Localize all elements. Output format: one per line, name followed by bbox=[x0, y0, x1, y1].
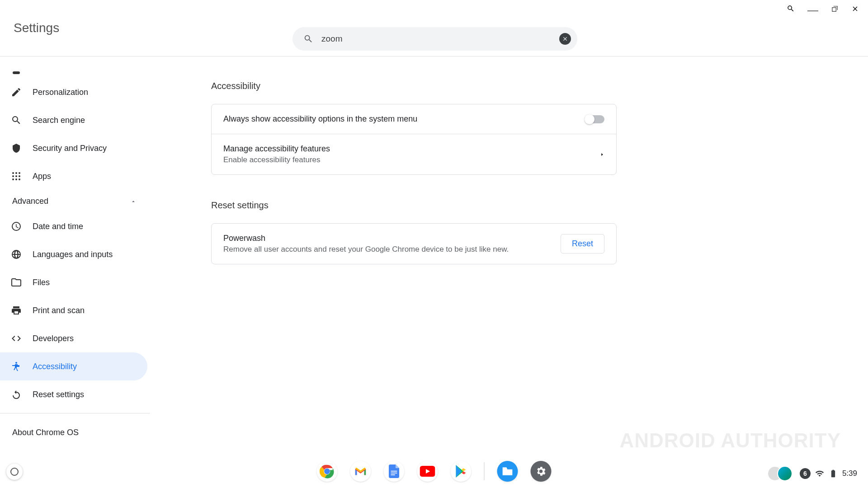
sidebar-item-label: Personalization bbox=[33, 88, 88, 97]
close-icon[interactable] bbox=[851, 5, 859, 15]
sidebar-item-security[interactable]: Security and Privacy bbox=[0, 134, 155, 162]
row-powerwash: Powerwash Remove all user accounts and r… bbox=[212, 224, 616, 264]
chrome-icon[interactable] bbox=[317, 461, 338, 482]
apps-icon bbox=[11, 171, 33, 182]
svg-point-10 bbox=[15, 362, 17, 364]
settings-app-icon[interactable] bbox=[531, 461, 552, 482]
battery-icon bbox=[829, 469, 838, 478]
row-manage-a11y[interactable]: Manage accessibility features Enable acc… bbox=[212, 134, 616, 174]
svg-rect-13 bbox=[391, 471, 397, 472]
row-sublabel: Remove all user accounts and reset your … bbox=[223, 245, 561, 254]
gmail-icon[interactable] bbox=[350, 461, 371, 482]
sidebar-item-print[interactable]: Print and scan bbox=[0, 296, 155, 324]
sidebar-item-search-engine[interactable]: Search engine bbox=[0, 106, 155, 134]
printer-icon bbox=[11, 305, 33, 316]
svg-point-3 bbox=[19, 172, 20, 174]
wifi-icon bbox=[815, 469, 824, 478]
divider bbox=[0, 413, 150, 413]
sidebar-item-about[interactable]: About Chrome OS bbox=[0, 418, 155, 437]
section-title-reset: Reset settings bbox=[211, 200, 617, 211]
sidebar-item-files[interactable]: Files bbox=[0, 268, 155, 296]
advanced-label: Advanced bbox=[12, 197, 48, 206]
globe-icon bbox=[11, 249, 33, 260]
sidebar-item-label: Security and Privacy bbox=[33, 144, 107, 153]
notification-count[interactable]: 6 bbox=[800, 468, 811, 479]
shelf-apps bbox=[317, 461, 552, 482]
avatar-switcher[interactable] bbox=[767, 466, 793, 481]
sidebar-item-label: Accessibility bbox=[33, 362, 77, 371]
sidebar-item-label: Search engine bbox=[33, 116, 85, 125]
sidebar-item-date-time[interactable]: Date and time bbox=[0, 212, 155, 240]
sidebar-item-label: Date and time bbox=[33, 222, 83, 231]
reset-card: Powerwash Remove all user accounts and r… bbox=[211, 223, 617, 264]
sidebar-item-label: Reset settings bbox=[33, 390, 84, 399]
accessibility-icon bbox=[11, 361, 33, 372]
files-app-icon[interactable] bbox=[497, 461, 518, 482]
svg-point-4 bbox=[12, 175, 14, 177]
chevron-right-icon bbox=[600, 152, 604, 157]
close-icon bbox=[562, 36, 568, 42]
clock-icon bbox=[11, 221, 33, 232]
sidebar: Personalization Search engine Security a… bbox=[0, 56, 155, 488]
svg-point-7 bbox=[12, 178, 14, 180]
search-input[interactable] bbox=[313, 34, 559, 44]
clock-time: 5:39 bbox=[842, 469, 857, 478]
sidebar-item-label: Files bbox=[33, 278, 50, 287]
row-always-show-a11y[interactable]: Always show accessibility options in the… bbox=[212, 104, 616, 134]
section-title-accessibility: Accessibility bbox=[211, 81, 617, 91]
reset-button[interactable]: Reset bbox=[561, 234, 604, 253]
accessibility-card: Always show accessibility options in the… bbox=[211, 104, 617, 175]
shield-icon bbox=[11, 143, 33, 154]
row-label: Always show accessibility options in the… bbox=[223, 114, 585, 124]
sidebar-item-accessibility[interactable]: Accessibility bbox=[0, 352, 147, 380]
svg-rect-14 bbox=[391, 473, 397, 474]
account-icon bbox=[11, 65, 33, 75]
row-sublabel: Enable accessibility features bbox=[223, 155, 600, 164]
shelf-separator bbox=[484, 462, 485, 480]
code-icon bbox=[11, 333, 33, 344]
page-title: Settings bbox=[14, 21, 59, 35]
content: Accessibility Always show accessibility … bbox=[155, 56, 868, 488]
restore-icon[interactable] bbox=[831, 5, 839, 15]
svg-point-12 bbox=[324, 469, 330, 474]
svg-point-8 bbox=[15, 178, 17, 180]
sidebar-item-apps[interactable]: Apps bbox=[0, 162, 155, 190]
zoom-icon[interactable] bbox=[787, 5, 795, 15]
svg-rect-0 bbox=[13, 71, 20, 74]
search-box[interactable] bbox=[292, 27, 577, 51]
docs-icon[interactable] bbox=[384, 461, 405, 482]
system-tray[interactable]: 6 5:39 bbox=[767, 465, 863, 482]
sidebar-item-languages[interactable]: Languages and inputs bbox=[0, 240, 155, 268]
minimize-icon[interactable]: — bbox=[807, 8, 818, 12]
launcher-button[interactable] bbox=[6, 464, 23, 480]
svg-point-1 bbox=[12, 172, 14, 174]
sidebar-item-developers[interactable]: Developers bbox=[0, 324, 155, 352]
watermark: ANDROID AUTHORITY bbox=[619, 429, 841, 452]
folder-icon bbox=[11, 277, 33, 288]
clear-search-button[interactable] bbox=[559, 33, 571, 45]
sidebar-advanced-toggle[interactable]: Advanced bbox=[0, 190, 155, 212]
svg-point-5 bbox=[15, 175, 17, 177]
svg-point-9 bbox=[19, 178, 20, 180]
sidebar-item-label: Apps bbox=[33, 172, 51, 181]
svg-point-2 bbox=[15, 172, 17, 174]
shelf: 6 5:39 bbox=[0, 456, 868, 488]
toggle-always-show-a11y[interactable] bbox=[585, 115, 604, 123]
play-store-icon[interactable] bbox=[451, 461, 472, 482]
search-icon bbox=[303, 34, 313, 44]
svg-rect-15 bbox=[391, 474, 395, 475]
sidebar-item-truncated[interactable] bbox=[0, 63, 155, 78]
sidebar-item-reset[interactable]: Reset settings bbox=[0, 380, 155, 408]
reset-icon bbox=[11, 389, 33, 400]
search-icon bbox=[11, 115, 33, 126]
sidebar-item-label: Print and scan bbox=[33, 306, 85, 315]
pencil-icon bbox=[11, 87, 33, 98]
row-label: Powerwash bbox=[223, 234, 561, 243]
sidebar-item-label: Developers bbox=[33, 334, 74, 343]
sidebar-item-personalization[interactable]: Personalization bbox=[0, 78, 155, 106]
youtube-icon[interactable] bbox=[417, 461, 438, 482]
chevron-up-icon bbox=[130, 198, 137, 205]
row-label: Manage accessibility features bbox=[223, 144, 600, 154]
sidebar-item-label: Languages and inputs bbox=[33, 250, 113, 259]
svg-point-6 bbox=[19, 175, 20, 177]
